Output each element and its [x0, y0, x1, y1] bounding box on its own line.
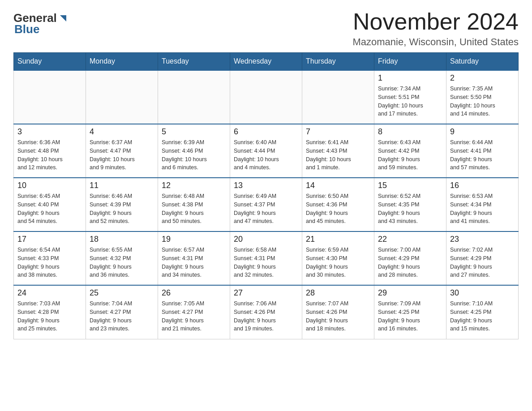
calendar-cell: 8Sunrise: 6:43 AM Sunset: 4:42 PM Daylig…: [374, 124, 446, 178]
day-info: Sunrise: 7:06 AM Sunset: 4:26 PM Dayligh…: [234, 300, 298, 333]
calendar-cell: 18Sunrise: 6:55 AM Sunset: 4:32 PM Dayli…: [86, 231, 158, 285]
day-number: 22: [378, 235, 442, 244]
day-number: 2: [450, 73, 515, 83]
page-header: General Blue November 2024 Mazomanie, Wi…: [13, 9, 519, 48]
calendar-cell: 1Sunrise: 7:34 AM Sunset: 5:51 PM Daylig…: [374, 70, 446, 124]
day-info: Sunrise: 7:07 AM Sunset: 4:26 PM Dayligh…: [306, 300, 370, 333]
week-row-2: 3Sunrise: 6:36 AM Sunset: 4:48 PM Daylig…: [14, 124, 519, 178]
day-info: Sunrise: 7:03 AM Sunset: 4:28 PM Dayligh…: [17, 300, 82, 333]
calendar-cell: 14Sunrise: 6:50 AM Sunset: 4:36 PM Dayli…: [302, 178, 374, 231]
calendar-cell: 10Sunrise: 6:45 AM Sunset: 4:40 PM Dayli…: [14, 178, 86, 231]
day-info: Sunrise: 7:05 AM Sunset: 4:27 PM Dayligh…: [162, 300, 226, 333]
day-number: 13: [234, 181, 298, 190]
calendar-cell: 21Sunrise: 6:59 AM Sunset: 4:30 PM Dayli…: [302, 231, 374, 285]
weekday-header-row: SundayMondayTuesdayWednesdayThursdayFrid…: [14, 53, 519, 71]
location-subtitle: Mazomanie, Wisconsin, United States: [353, 36, 519, 48]
day-info: Sunrise: 6:54 AM Sunset: 4:33 PM Dayligh…: [17, 246, 82, 279]
calendar-cell: 23Sunrise: 7:02 AM Sunset: 4:29 PM Dayli…: [446, 231, 519, 285]
calendar-cell: 2Sunrise: 7:35 AM Sunset: 5:50 PM Daylig…: [446, 70, 519, 124]
day-number: 18: [90, 235, 154, 244]
calendar-cell: 20Sunrise: 6:58 AM Sunset: 4:31 PM Dayli…: [230, 231, 302, 285]
calendar-cell: 15Sunrise: 6:52 AM Sunset: 4:35 PM Dayli…: [374, 178, 446, 231]
day-info: Sunrise: 6:37 AM Sunset: 4:47 PM Dayligh…: [90, 138, 154, 172]
week-row-1: 1Sunrise: 7:34 AM Sunset: 5:51 PM Daylig…: [14, 70, 519, 124]
calendar-cell: 28Sunrise: 7:07 AM Sunset: 4:26 PM Dayli…: [302, 285, 374, 339]
day-number: 16: [450, 181, 515, 190]
day-number: 12: [162, 181, 226, 190]
day-info: Sunrise: 6:43 AM Sunset: 4:42 PM Dayligh…: [378, 138, 442, 172]
day-number: 17: [17, 235, 82, 244]
day-number: 19: [162, 235, 226, 244]
calendar-cell: 25Sunrise: 7:04 AM Sunset: 4:27 PM Dayli…: [86, 285, 158, 339]
day-number: 20: [234, 235, 298, 244]
day-info: Sunrise: 7:00 AM Sunset: 4:29 PM Dayligh…: [378, 246, 442, 279]
weekday-header-thursday: Thursday: [302, 53, 374, 71]
month-title: November 2024: [353, 9, 519, 34]
calendar-cell: [158, 70, 230, 124]
calendar-cell: 24Sunrise: 7:03 AM Sunset: 4:28 PM Dayli…: [14, 285, 86, 339]
weekday-header-saturday: Saturday: [446, 53, 519, 71]
weekday-header-monday: Monday: [86, 53, 158, 71]
day-info: Sunrise: 6:55 AM Sunset: 4:32 PM Dayligh…: [90, 246, 154, 279]
calendar-table: SundayMondayTuesdayWednesdayThursdayFrid…: [13, 52, 519, 339]
day-number: 21: [306, 235, 370, 244]
day-number: 29: [378, 288, 442, 298]
svg-marker-0: [60, 15, 66, 21]
calendar-cell: 9Sunrise: 6:44 AM Sunset: 4:41 PM Daylig…: [446, 124, 519, 178]
day-info: Sunrise: 7:10 AM Sunset: 4:25 PM Dayligh…: [450, 300, 515, 333]
logo: General Blue: [13, 9, 68, 36]
day-number: 9: [450, 127, 515, 137]
day-number: 3: [17, 127, 82, 137]
calendar-cell: [302, 70, 374, 124]
calendar-cell: 3Sunrise: 6:36 AM Sunset: 4:48 PM Daylig…: [14, 124, 86, 178]
calendar-cell: 4Sunrise: 6:37 AM Sunset: 4:47 PM Daylig…: [86, 124, 158, 178]
calendar-cell: 12Sunrise: 6:48 AM Sunset: 4:38 PM Dayli…: [158, 178, 230, 231]
calendar-cell: 30Sunrise: 7:10 AM Sunset: 4:25 PM Dayli…: [446, 285, 519, 339]
calendar-cell: 6Sunrise: 6:40 AM Sunset: 4:44 PM Daylig…: [230, 124, 302, 178]
week-row-4: 17Sunrise: 6:54 AM Sunset: 4:33 PM Dayli…: [14, 231, 519, 285]
week-row-5: 24Sunrise: 7:03 AM Sunset: 4:28 PM Dayli…: [14, 285, 519, 339]
day-info: Sunrise: 6:46 AM Sunset: 4:39 PM Dayligh…: [90, 192, 154, 226]
day-info: Sunrise: 6:53 AM Sunset: 4:34 PM Dayligh…: [450, 192, 515, 226]
title-section: November 2024 Mazomanie, Wisconsin, Unit…: [353, 9, 519, 48]
day-info: Sunrise: 7:35 AM Sunset: 5:50 PM Dayligh…: [450, 85, 515, 118]
day-number: 1: [378, 73, 442, 83]
calendar-cell: 26Sunrise: 7:05 AM Sunset: 4:27 PM Dayli…: [158, 285, 230, 339]
calendar-cell: 5Sunrise: 6:39 AM Sunset: 4:46 PM Daylig…: [158, 124, 230, 178]
logo-blue: Blue: [14, 22, 39, 36]
day-info: Sunrise: 6:57 AM Sunset: 4:31 PM Dayligh…: [162, 246, 226, 279]
weekday-header-friday: Friday: [374, 53, 446, 71]
calendar-cell: 27Sunrise: 7:06 AM Sunset: 4:26 PM Dayli…: [230, 285, 302, 339]
day-info: Sunrise: 7:02 AM Sunset: 4:29 PM Dayligh…: [450, 246, 515, 279]
logo-triangle-icon: [57, 13, 67, 23]
day-info: Sunrise: 6:48 AM Sunset: 4:38 PM Dayligh…: [162, 192, 226, 226]
day-number: 5: [162, 127, 226, 137]
day-info: Sunrise: 6:59 AM Sunset: 4:30 PM Dayligh…: [306, 246, 370, 279]
day-info: Sunrise: 6:39 AM Sunset: 4:46 PM Dayligh…: [162, 138, 226, 172]
calendar-cell: 13Sunrise: 6:49 AM Sunset: 4:37 PM Dayli…: [230, 178, 302, 231]
day-number: 10: [17, 181, 82, 190]
calendar-cell: 22Sunrise: 7:00 AM Sunset: 4:29 PM Dayli…: [374, 231, 446, 285]
weekday-header-wednesday: Wednesday: [230, 53, 302, 71]
weekday-header-tuesday: Tuesday: [158, 53, 230, 71]
day-info: Sunrise: 6:45 AM Sunset: 4:40 PM Dayligh…: [17, 192, 82, 226]
day-number: 6: [234, 127, 298, 137]
day-number: 15: [378, 181, 442, 190]
week-row-3: 10Sunrise: 6:45 AM Sunset: 4:40 PM Dayli…: [14, 178, 519, 231]
day-info: Sunrise: 7:34 AM Sunset: 5:51 PM Dayligh…: [378, 85, 442, 118]
day-number: 11: [90, 181, 154, 190]
day-number: 28: [306, 288, 370, 298]
day-info: Sunrise: 6:44 AM Sunset: 4:41 PM Dayligh…: [450, 138, 515, 172]
day-info: Sunrise: 7:04 AM Sunset: 4:27 PM Dayligh…: [90, 300, 154, 333]
day-number: 7: [306, 127, 370, 137]
day-info: Sunrise: 6:58 AM Sunset: 4:31 PM Dayligh…: [234, 246, 298, 279]
calendar-cell: 17Sunrise: 6:54 AM Sunset: 4:33 PM Dayli…: [14, 231, 86, 285]
day-number: 14: [306, 181, 370, 190]
day-number: 23: [450, 235, 515, 244]
calendar-cell: 29Sunrise: 7:09 AM Sunset: 4:25 PM Dayli…: [374, 285, 446, 339]
calendar-cell: 7Sunrise: 6:41 AM Sunset: 4:43 PM Daylig…: [302, 124, 374, 178]
day-info: Sunrise: 6:49 AM Sunset: 4:37 PM Dayligh…: [234, 192, 298, 226]
day-info: Sunrise: 6:50 AM Sunset: 4:36 PM Dayligh…: [306, 192, 370, 226]
calendar-cell: 11Sunrise: 6:46 AM Sunset: 4:39 PM Dayli…: [86, 178, 158, 231]
day-number: 27: [234, 288, 298, 298]
